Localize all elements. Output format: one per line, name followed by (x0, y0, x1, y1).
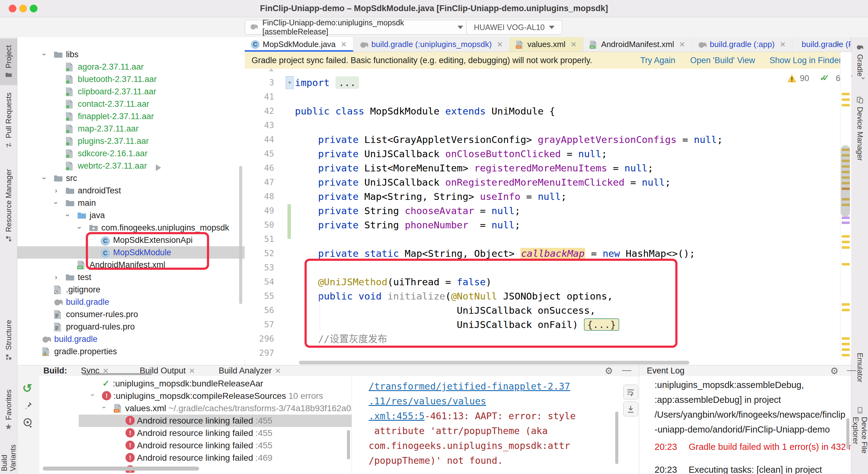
build-row-values-xml[interactable]: ›<>values.xml ~/.gradle/caches/transform… (79, 402, 351, 415)
stripe-warning-mark[interactable] (842, 241, 850, 243)
tree-item-gradle.properties[interactable]: gradle.properties (17, 345, 245, 358)
tree-item-build.gradle[interactable]: build.gradle (17, 333, 245, 345)
hidden-tabs-chevron-icon[interactable]: › (836, 40, 847, 50)
build-row-Android-resource-linking-failed[interactable]: !Android resource linking failed :455 (79, 427, 351, 439)
tree-item-consumer-rules.pro[interactable]: consumer-rules.pro (17, 308, 245, 320)
chevron-expanded-icon[interactable]: › (91, 391, 94, 399)
build-output-tree[interactable]: ✓:uniplugins_mopsdk:bundleReleaseAar22 m… (39, 376, 351, 474)
tree-item-MopSdkExtensionApi[interactable]: CMopSdkExtensionApi (17, 234, 245, 246)
close-icon[interactable]: ✕ (780, 40, 786, 49)
tree-item-finapplet-2.37.11.aar[interactable]: finapplet-2.37.11.aar (17, 110, 245, 123)
build-row-Android-resource-linking-failed[interactable]: !Android resource linking failed :469 (79, 452, 351, 464)
gutter-arrow-icon[interactable] (156, 164, 161, 171)
tree-item-main[interactable]: ›main (17, 197, 245, 209)
tab-build.gradle (:uniplugins_mopsdk)[interactable]: build.gradle (:uniplugins_mopsdk)✕ (353, 37, 509, 52)
device-select[interactable]: HUAWEI VOG-AL10 (466, 20, 562, 35)
tree-item-src[interactable]: ›src (17, 172, 245, 184)
sidebar-item-favorites[interactable]: Favorites★ (0, 384, 17, 436)
tab-values.xml[interactable]: <>values.xml✕ (509, 37, 583, 52)
stripe-warning-mark[interactable] (842, 98, 850, 101)
banner-action-try-again[interactable]: Try Again (640, 56, 675, 65)
build-row-Android-resource-linking-failed[interactable]: !Android resource linking failed :455 (79, 439, 351, 452)
fold-expand-icon[interactable]: + (286, 76, 294, 89)
event-log[interactable]: :uniplugins_mopsdk:assembleDebug,:app:as… (639, 376, 851, 474)
pin-icon[interactable] (24, 401, 33, 411)
tree-item-test[interactable]: ›test (17, 271, 245, 283)
tree-item-build.gradle[interactable]: build.gradle (17, 296, 245, 308)
tree-item-map-2.37.11.aar[interactable]: map-2.37.11.aar (17, 123, 245, 135)
chevron-collapsed-icon[interactable]: › (55, 186, 57, 195)
gear-icon[interactable]: ⚙ (830, 365, 839, 376)
tree-item-contact-2.37.11.aar[interactable]: contact-2.37.11.aar (17, 98, 245, 110)
console-file-link[interactable]: .xml:455:5 (369, 411, 425, 421)
banner-action-show-log-in-finder[interactable]: Show Log in Finder (770, 56, 842, 65)
run-configuration-select[interactable]: FinClip-Uniapp-demo:uniplugins_mopsdk [a… (245, 20, 468, 35)
rerun-build-icon[interactable]: ↺ (22, 381, 32, 395)
filter-target-icon[interactable] (22, 417, 33, 429)
stripe-warning-mark[interactable] (842, 343, 850, 345)
tree-item-sdkcore-2.16.1.aar[interactable]: sdkcore-2.16.1.aar (17, 147, 245, 160)
tree-item-libs[interactable]: ›libs (17, 48, 245, 61)
editor-hscrollbar[interactable] (299, 361, 689, 365)
tree-item-.gitignore[interactable]: .gitignore (17, 283, 245, 296)
banner-action-open-build-view[interactable]: Open 'Build' View (690, 56, 755, 65)
chevron-expanded-icon[interactable]: › (43, 174, 45, 182)
stripe-warning-mark[interactable] (842, 104, 850, 106)
hide-panel-icon[interactable]: — (847, 365, 856, 375)
stripe-warning-mark[interactable] (842, 348, 850, 351)
project-scrollbar[interactable] (239, 166, 242, 304)
chevron-expanded-icon[interactable]: › (103, 403, 105, 411)
chevron-expanded-icon[interactable]: › (79, 224, 81, 232)
build-console[interactable]: /transformed/jetified-finapplet-2.37.11/… (352, 376, 621, 474)
close-icon[interactable]: ✕ (570, 40, 577, 49)
tab-AndroidManifest.xml[interactable]: MFAndroidManifest.xml✕ (583, 37, 692, 52)
next-issue-icon[interactable]: ⌃ (860, 72, 866, 80)
stripe-warning-mark[interactable] (842, 354, 850, 357)
build-row--uniplugins-mopsdk-bundleReleaseAar[interactable]: ✓:uniplugins_mopsdk:bundleReleaseAar22 m… (79, 377, 351, 390)
tree-item-proguard-rules.pro[interactable]: proguard-rules.pro (17, 320, 245, 333)
console-scrollbar[interactable] (615, 411, 618, 464)
tab-build.gradle (:app)[interactable]: build.gradle (:app)✕ (692, 37, 793, 52)
tree-item-androidTest[interactable]: ›androidTest (17, 184, 245, 197)
tree-item-MopSdkModule[interactable]: CMopSdkModule (17, 246, 245, 259)
tree-item-clipboard-2.37.11.aar[interactable]: clipboard-2.37.11.aar (17, 86, 245, 98)
tree-item-webrtc-2.37.11.aar[interactable]: webrtc-2.37.11.aar (17, 160, 245, 172)
close-icon[interactable]: ✕ (275, 367, 281, 375)
sidebar-item-project[interactable]: Project (0, 39, 17, 85)
tree-item-agora-2.37.11.aar[interactable]: agora-2.37.11.aar (17, 61, 245, 73)
soft-wrap-icon[interactable] (623, 384, 638, 400)
close-icon[interactable]: ✕ (189, 367, 195, 375)
sidebar-item-gradle[interactable]: Gradle (851, 42, 868, 90)
editor-scrollbar[interactable] (841, 145, 850, 216)
build-row--uniplugins-mopsdk-compileReleaseSources[interactable]: ›!:uniplugins_mopsdk:compileReleaseSourc… (79, 390, 351, 402)
close-icon[interactable]: ✕ (341, 40, 347, 49)
stripe-warning-mark[interactable] (842, 337, 850, 340)
stripe-warning-mark[interactable] (842, 93, 850, 95)
sidebar-item-structure[interactable]: Structure (0, 309, 17, 371)
scroll-to-end-icon[interactable] (623, 402, 638, 416)
stripe-warning-mark[interactable] (842, 246, 850, 249)
sidebar-item-device-file-explorer[interactable]: Device File Explorer (851, 407, 868, 474)
chevron-collapsed-icon[interactable]: › (55, 273, 57, 281)
stripe-warning-mark[interactable] (842, 263, 850, 266)
tree-item-java[interactable]: ›java (17, 209, 245, 222)
chevron-expanded-icon[interactable]: › (43, 50, 45, 59)
stripe-warning-mark[interactable] (842, 216, 850, 219)
build-tab-build-analyzer[interactable]: Build Analyzer✕ (219, 366, 281, 376)
stripe-warning-mark[interactable] (842, 235, 850, 238)
sidebar-item-build-variants[interactable]: Build Variants (0, 432, 17, 474)
chevron-expanded-icon[interactable]: › (67, 211, 69, 220)
sidebar-item-device-manager[interactable]: Device Manager (851, 94, 868, 183)
tree-item-AndroidManifest.xml[interactable]: MFAndroidManifest.xml (17, 259, 245, 271)
stripe-warning-mark[interactable] (842, 303, 850, 306)
sidebar-item-resource-manager[interactable]: Resource Manager (0, 155, 17, 257)
stripe-warning-mark[interactable] (842, 222, 850, 224)
tree-item-com.finogeeks.uniplugins_mopsdk[interactable]: ›com.finogeeks.uniplugins_mopsdk (17, 222, 245, 234)
gear-icon[interactable]: ⚙ (605, 365, 613, 376)
tab-MopSdkModule.java[interactable]: CMopSdkModule.java✕ (245, 37, 353, 52)
chevron-expanded-icon[interactable]: › (55, 199, 57, 207)
stripe-warning-mark[interactable] (842, 309, 850, 311)
console-file-link[interactable]: .11/res/values/values (369, 396, 486, 407)
sidebar-item-pull-requests[interactable]: Pull Requests (0, 90, 17, 151)
build-tree-scrollbar[interactable] (347, 430, 350, 460)
